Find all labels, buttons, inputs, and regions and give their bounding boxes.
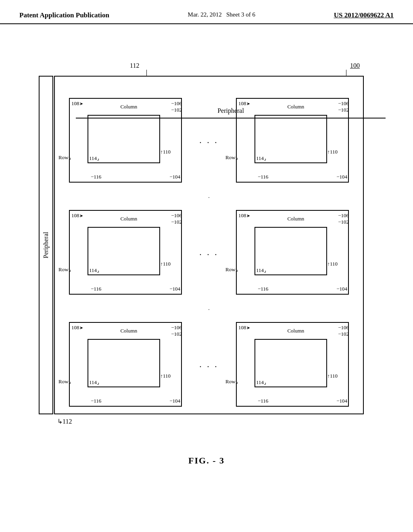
array-r3c1: 108➤ Column −106−102 Row⌟ 114⌟ ↑110 −116… <box>54 314 197 414</box>
lbl-108-r2c1: 108➤ <box>71 212 83 219</box>
lbl-106-r2c1: −106−102 <box>171 212 182 225</box>
lbl-column-r2c2: Column <box>287 216 304 222</box>
lbl-116-r2c2: −116 <box>258 286 268 292</box>
lbl-116-r1c2: −116 <box>258 174 268 180</box>
vertical-dots-2: . <box>54 302 364 314</box>
grid-container: 108➤ Column −106−102 Row⌟ 114⌟ ↑110 <box>54 90 364 414</box>
inner-r3c2: 114⌟ ↑110 <box>254 339 327 387</box>
lbl-108-r2c2: 108➤ <box>238 212 250 219</box>
diagram-area: 112 100 Peripheral Peripheral ↳112 108➤ <box>33 48 380 443</box>
lbl-106-r3c2: −106−102 <box>338 324 349 337</box>
lbl-column-r1c1: Column <box>120 104 137 110</box>
lbl-116-r1c1: −116 <box>91 174 101 180</box>
lbl-114-r2c2: 114⌟ <box>256 267 266 274</box>
lbl-104-r1c1: −104 <box>169 174 180 180</box>
lbl-106-r1c1: −106−102 <box>171 100 182 113</box>
lbl-110-r3c1: ↑110 <box>160 373 171 379</box>
inner-r3c1: 114⌟ ↑110 <box>88 339 160 387</box>
lbl-104-r2c2: −104 <box>336 286 347 292</box>
date-label: Mar. 22, 2012 <box>188 11 222 18</box>
lbl-116-r2c1: −116 <box>91 286 101 292</box>
grid-row-2: 108➤ Column −106−102 Row⌟ 114⌟ ↑110 −116… <box>54 202 364 302</box>
lbl-108-r1c2: 108➤ <box>238 100 250 107</box>
label-112-top: 112 <box>130 62 139 69</box>
lbl-116-r3c2: −116 <box>258 398 268 404</box>
mem-cell-r1c2: 108➤ Column −106−102 Row⌟ 114⌟ ↑110 −116… <box>236 98 349 183</box>
lbl-108-r3c1: 108➤ <box>71 324 83 331</box>
inner-r2c2: 114⌟ ↑110 <box>254 227 327 275</box>
publication-label: Patent Application Publication <box>19 11 109 19</box>
lbl-110-r2c1: ↑110 <box>160 261 171 267</box>
array-r1c2: 108➤ Column −106−102 Row⌟ 114⌟ ↑110 −116… <box>221 90 364 190</box>
inner-r1c1: 114⌟ ↑110 <box>88 115 160 163</box>
vertical-dots-1: . <box>54 190 364 202</box>
lbl-114-r2c1: 114⌟ <box>89 267 99 274</box>
lbl-106-r2c2: −106−102 <box>338 212 349 225</box>
lbl-row-r3c1: Row⌟ <box>58 378 71 385</box>
lbl-110-r1c2: ↑110 <box>327 149 338 155</box>
patent-number-text: US 2012/0069622 A1 <box>334 11 394 19</box>
array-r2c2: 108➤ Column −106−102 Row⌟ 114⌟ ↑110 −116… <box>221 202 364 302</box>
patent-number-label: US 2012/0069622 A1 <box>334 11 394 19</box>
dots-r3: . . . <box>197 314 221 414</box>
lbl-114-r3c1: 114⌟ <box>89 379 99 386</box>
lbl-column-r3c1: Column <box>120 328 137 334</box>
inner-r1c2: 114⌟ ↑110 <box>254 115 327 163</box>
lbl-104-r3c1: −104 <box>169 398 180 404</box>
mem-cell-r2c1: 108➤ Column −106−102 Row⌟ 114⌟ ↑110 −116… <box>69 210 182 295</box>
sheet-label: Sheet 3 of 6 <box>226 11 255 18</box>
lbl-row-r2c2: Row⌟ <box>225 266 238 273</box>
array-r3c2: 108➤ Column −106−102 Row⌟ 114⌟ ↑110 −116… <box>221 314 364 414</box>
inner-r2c1: 114⌟ ↑110 <box>88 227 160 275</box>
page-header: Patent Application Publication Mar. 22, … <box>0 0 413 24</box>
lbl-106-r3c1: −106−102 <box>171 324 182 337</box>
mem-cell-r3c1: 108➤ Column −106−102 Row⌟ 114⌟ ↑110 −116… <box>69 322 182 407</box>
mem-cell-r3c2: 108➤ Column −106−102 Row⌟ 114⌟ ↑110 −116… <box>236 322 349 407</box>
label-112-bottom: ↳112 <box>57 418 72 425</box>
dots-r1: . . . <box>197 90 221 190</box>
lbl-104-r1c2: −104 <box>336 174 347 180</box>
date-sheet-label: Mar. 22, 2012 Sheet 3 of 6 <box>188 11 256 18</box>
lbl-row-r3c2: Row⌟ <box>225 378 238 385</box>
mem-cell-r1c1: 108➤ Column −106−102 Row⌟ 114⌟ ↑110 <box>69 98 182 183</box>
mem-cell-r2c2: 108➤ Column −106−102 Row⌟ 114⌟ ↑110 −116… <box>236 210 349 295</box>
lbl-column-r3c2: Column <box>287 328 304 334</box>
lbl-row-r1c2: Row⌟ <box>225 154 238 161</box>
lbl-110-r3c2: ↑110 <box>327 373 338 379</box>
lbl-column-r2c1: Column <box>120 216 137 222</box>
grid-row-3: 108➤ Column −106−102 Row⌟ 114⌟ ↑110 −116… <box>54 314 364 414</box>
lbl-row-r2c1: Row⌟ <box>58 266 71 273</box>
lbl-108-r3c2: 108➤ <box>238 324 250 331</box>
figure-caption: FIG. - 3 <box>0 455 413 466</box>
array-r1c1: 108➤ Column −106−102 Row⌟ 114⌟ ↑110 <box>54 90 197 190</box>
lbl-104-r2c1: −104 <box>169 286 180 292</box>
dots-r2: . . . <box>197 202 221 302</box>
lbl-114-r3c2: 114⌟ <box>256 379 266 386</box>
lbl-106-r1c2: −106−102 <box>338 100 349 113</box>
lbl-108-r1c1: 108➤ <box>71 100 83 107</box>
lbl-114-r1c2: 114⌟ <box>256 155 266 162</box>
lbl-116-r3c1: −116 <box>91 398 101 404</box>
lbl-110-r2c2: ↑110 <box>327 261 338 267</box>
lbl-row-r1c1: Row⌟ <box>58 154 71 161</box>
lbl-column-r1c2: Column <box>287 104 304 110</box>
lbl-114-r1c1: 114⌟ <box>89 155 99 162</box>
label-100-top: 100 <box>350 62 360 69</box>
peripheral-side-label: Peripheral <box>39 76 53 414</box>
array-r2c1: 108➤ Column −106−102 Row⌟ 114⌟ ↑110 −116… <box>54 202 197 302</box>
grid-row-1: 108➤ Column −106−102 Row⌟ 114⌟ ↑110 <box>54 90 364 190</box>
lbl-110-r1c1: ↑110 <box>160 149 171 155</box>
lbl-104-r3c2: −104 <box>336 398 347 404</box>
